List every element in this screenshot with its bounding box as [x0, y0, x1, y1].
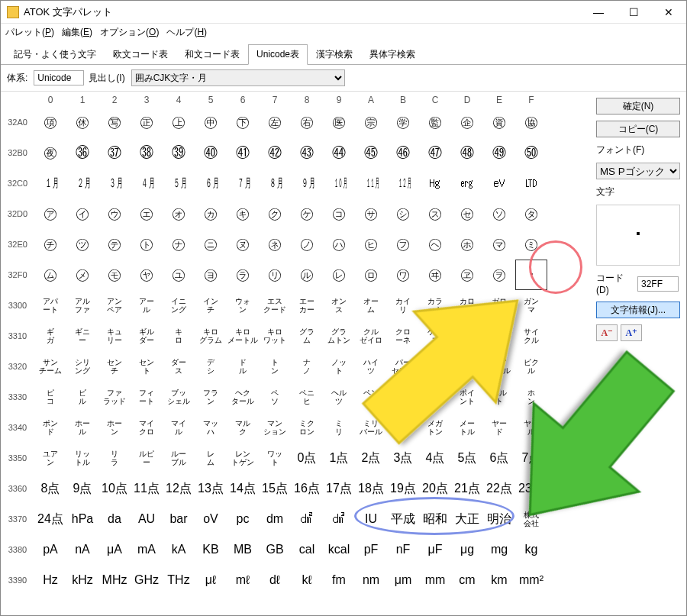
char-cell[interactable]: ㋬	[419, 229, 451, 260]
char-cell[interactable]: μA	[98, 534, 131, 565]
char-cell[interactable]: nA	[66, 534, 98, 565]
char-cell[interactable]: ヘク タール	[227, 382, 259, 412]
char-cell[interactable]: IU	[355, 504, 387, 534]
char-cell[interactable]: km	[483, 565, 515, 595]
char-cell[interactable]: MB	[227, 534, 259, 565]
char-cell[interactable]: 15点	[259, 473, 291, 504]
char-cell[interactable]: bar	[163, 504, 195, 534]
char-cell[interactable]: ㋰	[34, 260, 66, 290]
char-cell[interactable]: ㋆	[227, 168, 259, 198]
char-cell[interactable]: セン ト	[131, 351, 163, 382]
confirm-button[interactable]: 確定(N)	[596, 98, 680, 114]
char-cell[interactable]: ㋵	[195, 260, 227, 290]
menu-o[interactable]: オプション(O)	[100, 26, 159, 39]
char-cell[interactable]: cm	[451, 565, 483, 595]
char-cell[interactable]: μg	[451, 534, 483, 565]
char-cell[interactable]: ㊹	[323, 137, 355, 168]
char-cell[interactable]: サン チーム	[34, 351, 66, 382]
char-cell[interactable]: ㋯	[515, 229, 547, 260]
char-cell[interactable]: ㊸	[291, 137, 323, 168]
char-cell[interactable]: mm	[419, 565, 451, 595]
char-cell[interactable]: ㊪	[355, 107, 387, 137]
maximize-button[interactable]: ☐	[616, 1, 651, 24]
char-cell[interactable]: mm²	[515, 565, 547, 595]
char-cell[interactable]: mℓ	[227, 565, 259, 595]
char-cell[interactable]: ㋩	[323, 229, 355, 260]
char-cell[interactable]: ミク ロン	[291, 412, 323, 443]
char-cell[interactable]: ギ ガ	[34, 321, 66, 351]
char-cell[interactable]: 17点	[323, 473, 355, 504]
char-cell[interactable]: ㋅	[195, 168, 227, 198]
tab-1[interactable]: 欧文コード表	[105, 44, 176, 65]
char-cell[interactable]: MHz	[98, 565, 131, 595]
char-cell[interactable]: マッ ハ	[195, 412, 227, 443]
char-cell[interactable]: 18点	[355, 473, 387, 504]
char-cell[interactable]: ㊬	[419, 107, 451, 137]
char-cell[interactable]: ㋮	[483, 229, 515, 260]
char-cell[interactable]: ㋋	[387, 168, 419, 198]
char-cell[interactable]: イン チ	[195, 290, 227, 321]
char-cell[interactable]: ㋨	[291, 229, 323, 260]
char-cell[interactable]: ㋳	[131, 260, 163, 290]
char-cell[interactable]: ㊮	[483, 107, 515, 137]
char-cell[interactable]: ㊥	[195, 107, 227, 137]
char-cell[interactable]: μm	[387, 565, 419, 595]
char-cell[interactable]: ㋘	[291, 198, 323, 229]
char-cell[interactable]: ㋔	[163, 198, 195, 229]
char-cell[interactable]: ㊷	[259, 137, 291, 168]
menu-p[interactable]: パレット(P)	[5, 26, 54, 39]
char-cell[interactable]: da	[98, 504, 131, 534]
char-cell[interactable]: ㋎	[483, 168, 515, 198]
code-input[interactable]	[637, 276, 679, 292]
char-cell[interactable]: ㋒	[98, 198, 131, 229]
char-cell[interactable]: アパ ート	[34, 290, 66, 321]
char-cell[interactable]: ㊲	[98, 137, 131, 168]
char-cell[interactable]: ㋡	[66, 229, 98, 260]
char-cell[interactable]: ㊺	[355, 137, 387, 168]
char-cell[interactable]: ㊵	[195, 137, 227, 168]
char-cell[interactable]: ㊦	[227, 107, 259, 137]
char-cell[interactable]: リッ トル	[66, 443, 98, 473]
char-cell[interactable]: ㋑	[66, 198, 98, 229]
char-cell[interactable]: nF	[387, 534, 419, 565]
char-cell[interactable]: ㋇	[259, 168, 291, 198]
copy-button[interactable]: コピー(C)	[596, 121, 680, 137]
char-cell[interactable]: ㋢	[98, 229, 131, 260]
char-cell[interactable]: ホー ン	[98, 412, 131, 443]
char-cell[interactable]: ㊻	[387, 137, 419, 168]
char-cell[interactable]: ㋊	[355, 168, 387, 198]
char-cell[interactable]: cal	[291, 534, 323, 565]
char-cell[interactable]: ㊫	[387, 107, 419, 137]
char-cell[interactable]: ペニ ヒ	[291, 382, 323, 412]
char-cell[interactable]: マル ク	[227, 412, 259, 443]
char-cell[interactable]: ㋪	[355, 229, 387, 260]
char-cell[interactable]: ㋗	[259, 198, 291, 229]
char-cell[interactable]: KB	[195, 534, 227, 565]
char-cell[interactable]: ㋧	[259, 229, 291, 260]
char-cell[interactable]: ㋤	[163, 229, 195, 260]
char-cell[interactable]: ㊶	[227, 137, 259, 168]
char-cell[interactable]: GB	[259, 534, 291, 565]
char-cell[interactable]: 20点	[419, 473, 451, 504]
char-cell[interactable]: ド ル	[227, 351, 259, 382]
char-cell[interactable]: ㊽	[451, 137, 483, 168]
menu-h[interactable]: ヘルプ(H)	[166, 26, 207, 39]
font-select[interactable]: MS Pゴシック	[596, 163, 680, 179]
char-cell[interactable]: μℓ	[195, 565, 227, 595]
char-cell[interactable]: pc	[227, 504, 259, 534]
char-cell[interactable]: ㋕	[195, 198, 227, 229]
char-cell[interactable]: 21点	[451, 473, 483, 504]
char-cell[interactable]: 9点	[66, 473, 98, 504]
char-cell[interactable]: oV	[195, 504, 227, 534]
char-cell[interactable]: ㊤	[163, 107, 195, 137]
char-cell[interactable]: ナ ノ	[291, 351, 323, 382]
char-cell[interactable]: 11点	[131, 473, 163, 504]
char-cell[interactable]: ユア ン	[34, 443, 66, 473]
char-cell[interactable]: シリ ング	[66, 351, 98, 382]
char-cell[interactable]: 昭和	[419, 504, 451, 534]
char-cell[interactable]: ㊱	[66, 137, 98, 168]
char-cell[interactable]: ㊧	[259, 107, 291, 137]
char-cell[interactable]: kA	[163, 534, 195, 565]
char-info-button[interactable]: 文字情報(J)...	[596, 302, 680, 318]
char-cell[interactable]: キロ メートル	[227, 321, 259, 351]
